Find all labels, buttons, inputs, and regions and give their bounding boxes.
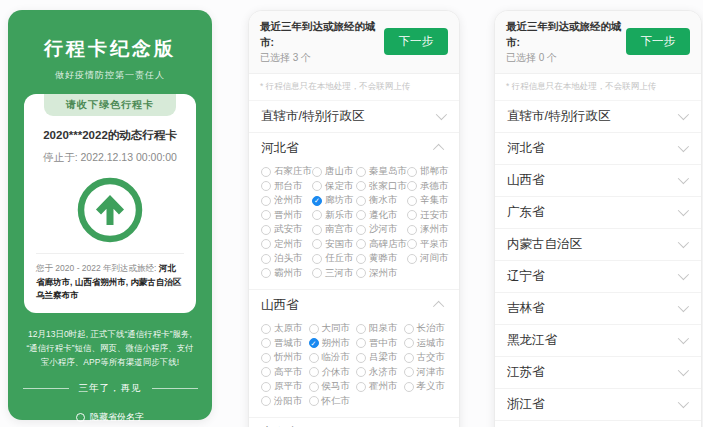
unchecked-circle-icon[interactable] xyxy=(261,367,271,377)
unchecked-circle-icon[interactable] xyxy=(261,167,271,177)
city-option[interactable]: 定州市 xyxy=(261,238,312,251)
city-option[interactable]: 忻州市 xyxy=(261,352,309,365)
province-header[interactable]: 河北省 xyxy=(495,133,701,164)
city-option[interactable]: 高碑店市 xyxy=(356,238,407,251)
province-header[interactable]: 浙江省 xyxy=(495,389,701,420)
city-option[interactable]: 运城市 xyxy=(404,337,452,350)
city-option[interactable]: 遵化市 xyxy=(356,209,407,222)
unchecked-circle-icon[interactable] xyxy=(407,210,417,220)
city-option[interactable]: 秦皇岛市 xyxy=(356,166,407,179)
province-header[interactable]: 广东省 xyxy=(495,197,701,228)
unchecked-circle-icon[interactable] xyxy=(261,324,271,334)
unchecked-circle-icon[interactable] xyxy=(356,268,366,278)
unchecked-circle-icon[interactable] xyxy=(404,382,414,392)
unchecked-circle-icon[interactable] xyxy=(309,396,319,406)
province-header[interactable]: 辽宁省 xyxy=(495,261,701,292)
unchecked-circle-icon[interactable] xyxy=(309,382,319,392)
city-option[interactable]: 古交市 xyxy=(404,352,452,365)
unchecked-circle-icon[interactable] xyxy=(312,167,322,177)
province-header[interactable]: 黑龙江省 xyxy=(495,325,701,356)
city-option[interactable]: 大同市 xyxy=(309,323,357,336)
city-option[interactable]: 汾阳市 xyxy=(261,395,309,408)
unchecked-circle-icon[interactable] xyxy=(312,268,322,278)
province-header[interactable]: 山西省 xyxy=(495,165,701,196)
unchecked-circle-icon[interactable] xyxy=(312,181,322,191)
city-option[interactable]: 深州市 xyxy=(356,267,407,280)
city-option[interactable]: 河津市 xyxy=(404,366,452,379)
city-option[interactable]: 唐山市 xyxy=(312,166,356,179)
unchecked-circle-icon[interactable] xyxy=(407,225,417,235)
checked-circle-icon[interactable]: ✓ xyxy=(312,196,322,206)
city-option[interactable]: 邯郸市 xyxy=(407,166,451,179)
unchecked-circle-icon[interactable] xyxy=(261,225,271,235)
province-header[interactable]: 直辖市/特别行政区 xyxy=(249,101,459,132)
unchecked-circle-icon[interactable] xyxy=(309,324,319,334)
unchecked-circle-icon[interactable] xyxy=(309,353,319,363)
next-step-button[interactable]: 下一步 xyxy=(384,28,449,55)
city-option[interactable]: 石家庄市 xyxy=(261,166,312,179)
city-option[interactable]: 任丘市 xyxy=(312,253,356,266)
unchecked-circle-icon[interactable] xyxy=(356,239,366,249)
unchecked-circle-icon[interactable] xyxy=(312,254,322,264)
unchecked-circle-icon[interactable] xyxy=(261,239,271,249)
unchecked-circle-icon[interactable] xyxy=(312,210,322,220)
city-option[interactable]: 邢台市 xyxy=(261,180,312,193)
unchecked-circle-icon[interactable] xyxy=(356,225,366,235)
city-option[interactable]: 霸州市 xyxy=(261,267,312,280)
city-option[interactable]: 安国市 xyxy=(312,238,356,251)
city-option[interactable]: 侯马市 xyxy=(309,381,357,394)
city-option[interactable]: 吕梁市 xyxy=(356,352,404,365)
city-option[interactable]: 承德市 xyxy=(407,180,451,193)
unchecked-circle-icon[interactable] xyxy=(356,196,366,206)
city-option[interactable]: 三河市 xyxy=(312,267,356,280)
city-option[interactable]: 泊头市 xyxy=(261,253,312,266)
unchecked-circle-icon[interactable] xyxy=(356,254,366,264)
city-option[interactable]: 晋州市 xyxy=(261,209,312,222)
city-option[interactable]: 迁安市 xyxy=(407,209,451,222)
unchecked-circle-icon[interactable] xyxy=(261,353,271,363)
unchecked-circle-icon[interactable] xyxy=(261,396,271,406)
city-option[interactable]: 河间市 xyxy=(407,253,451,266)
city-option[interactable]: 武安市 xyxy=(261,224,312,237)
city-option[interactable]: 黄骅市 xyxy=(356,253,407,266)
unchecked-circle-icon[interactable] xyxy=(312,239,322,249)
unchecked-circle-icon[interactable] xyxy=(356,338,366,348)
unchecked-circle-icon[interactable] xyxy=(261,210,271,220)
province-header[interactable]: 河北省 xyxy=(249,133,459,164)
province-header[interactable]: 江苏省 xyxy=(495,357,701,388)
unchecked-circle-icon[interactable] xyxy=(261,254,271,264)
city-option[interactable]: 辛集市 xyxy=(407,195,451,208)
unchecked-circle-icon[interactable] xyxy=(261,268,271,278)
checked-circle-icon[interactable]: ✓ xyxy=(309,338,319,348)
city-option[interactable]: 晋城市 xyxy=(261,337,309,350)
city-option[interactable]: 霍州市 xyxy=(356,381,404,394)
unchecked-circle-icon[interactable] xyxy=(309,367,319,377)
city-option[interactable]: 孝义市 xyxy=(404,381,452,394)
city-option[interactable]: 平泉市 xyxy=(407,238,451,251)
city-option[interactable]: 南宫市 xyxy=(312,224,356,237)
unchecked-circle-icon[interactable] xyxy=(356,167,366,177)
unchecked-circle-icon[interactable] xyxy=(261,181,271,191)
province-header[interactable]: 山西省 xyxy=(249,290,459,321)
unchecked-circle-icon[interactable] xyxy=(404,353,414,363)
unchecked-circle-icon[interactable] xyxy=(356,210,366,220)
city-option[interactable]: 阳泉市 xyxy=(356,323,404,336)
unchecked-circle-icon[interactable] xyxy=(356,324,366,334)
hide-province-toggle[interactable]: 隐藏省份名字 xyxy=(8,411,212,424)
city-option[interactable]: 临汾市 xyxy=(309,352,357,365)
city-option[interactable]: 新乐市 xyxy=(312,209,356,222)
unchecked-circle-icon[interactable] xyxy=(404,324,414,334)
unchecked-circle-icon[interactable] xyxy=(407,239,417,249)
unchecked-circle-icon[interactable] xyxy=(404,338,414,348)
unchecked-circle-icon[interactable] xyxy=(356,353,366,363)
city-option[interactable]: ✓朔州市 xyxy=(309,337,357,350)
unchecked-circle-icon[interactable] xyxy=(407,181,417,191)
radio-unchecked-icon[interactable] xyxy=(76,413,85,422)
city-option[interactable]: 沧州市 xyxy=(261,195,312,208)
city-option[interactable]: 介休市 xyxy=(309,366,357,379)
unchecked-circle-icon[interactable] xyxy=(312,225,322,235)
city-option[interactable]: 太原市 xyxy=(261,323,309,336)
province-header[interactable]: 吉林省 xyxy=(495,293,701,324)
city-option[interactable]: 晋中市 xyxy=(356,337,404,350)
next-step-button[interactable]: 下一步 xyxy=(626,28,691,55)
